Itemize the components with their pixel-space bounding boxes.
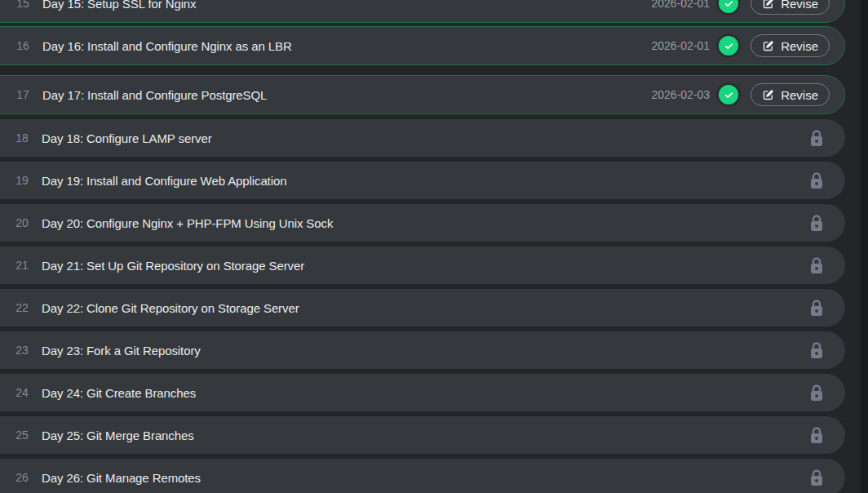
revise-button-label: Revise xyxy=(781,88,818,102)
task-number: 23 xyxy=(11,344,33,357)
padlock-icon xyxy=(809,299,824,317)
task-title: Day 20: Configure Nginx + PHP-FPM Using … xyxy=(42,216,809,230)
task-title: Day 25: Git Merge Branches xyxy=(42,429,809,442)
task-status-locked xyxy=(809,341,845,359)
padlock-icon xyxy=(809,171,824,189)
task-number: 18 xyxy=(11,131,33,144)
task-title: Day 18: Configure LAMP server xyxy=(42,131,809,145)
task-row[interactable]: 20 Day 20: Configure Nginx + PHP-FPM Usi… xyxy=(0,204,845,242)
task-title: Day 16: Install and Configure Nginx as a… xyxy=(42,39,652,53)
task-row[interactable]: 16 Day 16: Install and Configure Nginx a… xyxy=(0,26,845,65)
completion-date: 2026-02-03 xyxy=(652,88,711,101)
task-list-screen: 15 Day 15: Setup SSL for Nginx 2026-02-0… xyxy=(0,0,868,493)
check-circle-icon xyxy=(719,0,738,13)
task-status-completed: 2026-02-03 Revise xyxy=(652,83,844,106)
task-number: 15 xyxy=(12,0,33,10)
revise-button[interactable]: Revise xyxy=(751,83,830,106)
padlock-icon xyxy=(809,256,824,274)
task-row[interactable]: 15 Day 15: Setup SSL for Nginx 2026-02-0… xyxy=(0,0,845,23)
task-row[interactable]: 26 Day 26: Git Manage Remotes xyxy=(0,459,845,493)
task-status-locked xyxy=(809,299,845,317)
task-title: Day 26: Git Manage Remotes xyxy=(42,471,809,485)
scrollbar-gutter xyxy=(861,0,868,493)
edit-pencil-icon xyxy=(762,40,774,52)
task-number: 26 xyxy=(11,471,33,484)
task-number: 19 xyxy=(11,174,33,187)
padlock-icon xyxy=(809,214,824,232)
task-status-locked xyxy=(809,384,845,402)
task-number: 22 xyxy=(11,301,33,314)
edit-pencil-icon xyxy=(762,89,774,101)
check-circle-icon xyxy=(719,36,738,56)
revise-button-label: Revise xyxy=(781,0,818,11)
completion-date: 2026-02-01 xyxy=(652,0,711,10)
task-title: Day 15: Setup SSL for Nginx xyxy=(42,0,652,11)
task-number: 21 xyxy=(11,259,33,272)
task-title: Day 24: Git Create Branches xyxy=(42,386,809,400)
task-status-locked xyxy=(809,469,845,486)
task-title: Day 21: Set Up Git Repository on Storage… xyxy=(42,259,809,273)
task-list: 15 Day 15: Setup SSL for Nginx 2026-02-0… xyxy=(0,0,845,493)
task-row[interactable]: 18 Day 18: Configure LAMP server xyxy=(0,119,845,157)
task-row[interactable]: 25 Day 25: Git Merge Branches xyxy=(0,416,845,454)
task-title: Day 22: Clone Git Repository on Storage … xyxy=(42,301,809,315)
task-number: 25 xyxy=(11,429,33,442)
task-status-locked xyxy=(809,256,845,274)
padlock-icon xyxy=(809,426,824,444)
task-title: Day 19: Install and Configure Web Applic… xyxy=(42,174,809,188)
task-row[interactable]: 22 Day 22: Clone Git Repository on Stora… xyxy=(0,289,845,326)
padlock-icon xyxy=(809,341,824,359)
revise-button[interactable]: Revise xyxy=(751,0,830,15)
task-row[interactable]: 21 Day 21: Set Up Git Repository on Stor… xyxy=(0,246,845,284)
task-row[interactable]: 23 Day 23: Fork a Git Repository xyxy=(0,331,845,369)
task-title: Day 17: Install and Configure PostgreSQL xyxy=(42,88,652,102)
task-row[interactable]: 17 Day 17: Install and Configure Postgre… xyxy=(0,75,845,114)
revise-button-label: Revise xyxy=(781,39,818,53)
task-status-completed: 2026-02-01 Revise xyxy=(652,34,844,57)
task-row[interactable]: 24 Day 24: Git Create Branches xyxy=(0,374,845,411)
task-number: 16 xyxy=(12,39,33,52)
completion-date: 2026-02-01 xyxy=(652,39,711,52)
edit-pencil-icon xyxy=(762,0,774,10)
task-number: 20 xyxy=(11,216,33,229)
task-row[interactable]: 19 Day 19: Install and Configure Web App… xyxy=(0,162,845,199)
revise-button[interactable]: Revise xyxy=(751,34,830,57)
task-title: Day 23: Fork a Git Repository xyxy=(42,344,809,358)
padlock-icon xyxy=(809,129,824,147)
task-status-locked xyxy=(809,129,845,147)
task-status-locked xyxy=(809,426,845,444)
task-status-completed: 2026-02-01 Revise xyxy=(652,0,844,15)
check-circle-icon xyxy=(719,85,738,104)
task-number: 17 xyxy=(12,88,33,101)
padlock-icon xyxy=(809,469,824,486)
task-status-locked xyxy=(809,214,845,232)
task-status-locked xyxy=(809,171,845,189)
padlock-icon xyxy=(809,384,824,402)
task-number: 24 xyxy=(11,386,33,399)
